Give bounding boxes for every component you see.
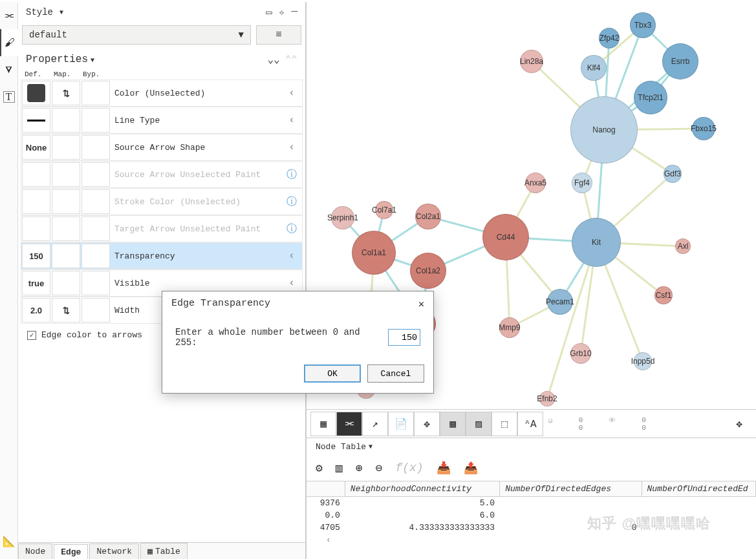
network-node[interactable]: Col2a1 xyxy=(415,204,441,229)
hatch-icon[interactable]: ▨ xyxy=(466,412,491,436)
network-node[interactable]: Tfcp2l1 xyxy=(634,81,667,114)
property-end-icon[interactable]: ‹ xyxy=(281,250,302,262)
network-node[interactable]: Col1a2 xyxy=(410,253,446,289)
map-cell[interactable] xyxy=(52,271,80,295)
import-table-icon[interactable]: 📥 xyxy=(437,461,451,475)
byp-cell[interactable] xyxy=(81,81,110,105)
text-icon[interactable]: T xyxy=(3,91,15,103)
map-cell[interactable] xyxy=(52,108,80,132)
def-cell[interactable]: true xyxy=(22,271,50,295)
property-row[interactable]: Target Arrow Unselected Paintⓘ xyxy=(21,215,303,242)
def-cell[interactable] xyxy=(22,81,50,105)
style-menu-button[interactable]: ≡ xyxy=(256,25,301,45)
network-node[interactable]: Col1a1 xyxy=(352,231,396,275)
def-cell[interactable] xyxy=(22,108,50,132)
annotation-icon[interactable]: ᴬA xyxy=(517,412,543,436)
property-row[interactable]: Line Type‹ xyxy=(21,107,303,134)
property-row[interactable]: ⇅Color (Unselected)‹ xyxy=(21,79,303,107)
export-icon[interactable]: 📄 xyxy=(388,412,414,436)
export-col-icon[interactable]: ⊖ xyxy=(376,461,383,475)
byp-cell[interactable] xyxy=(81,108,110,132)
network-node[interactable]: Esrrb xyxy=(662,43,698,79)
network-node[interactable]: Gdf3 xyxy=(664,165,682,183)
import-col-icon[interactable]: ⊕ xyxy=(356,461,363,475)
dock-icon[interactable]: ▭ xyxy=(266,6,272,19)
tab-node[interactable]: Node xyxy=(18,543,52,559)
export-table-icon[interactable]: 📤 xyxy=(464,461,478,475)
transparency-input[interactable] xyxy=(388,329,420,346)
minimize-icon[interactable]: — xyxy=(291,6,297,19)
network-node[interactable]: Col7a1 xyxy=(375,201,393,219)
close-icon[interactable]: ✕ xyxy=(418,298,424,310)
network-node[interactable]: Klf4 xyxy=(581,55,607,81)
property-end-icon[interactable]: ‹ xyxy=(281,114,302,126)
byp-cell[interactable] xyxy=(81,135,110,160)
popout-icon[interactable]: ↗ xyxy=(362,412,388,436)
byp-cell[interactable] xyxy=(81,162,110,187)
def-cell[interactable] xyxy=(22,162,50,187)
property-end-icon[interactable]: ⓘ xyxy=(281,195,302,209)
table-row[interactable]: 93765.0 xyxy=(307,497,756,509)
recenter-icon[interactable]: ✥ xyxy=(726,412,752,436)
network-node[interactable]: Fgf4 xyxy=(572,173,592,193)
byp-cell[interactable] xyxy=(81,244,110,268)
property-end-icon[interactable]: ‹ xyxy=(281,87,302,99)
ruler-icon[interactable]: 📐 xyxy=(0,528,18,555)
property-end-icon[interactable]: ⓘ xyxy=(281,168,302,182)
byp-cell[interactable] xyxy=(81,298,110,322)
network-node[interactable]: Axl xyxy=(675,238,691,254)
map-cell[interactable]: ⇅ xyxy=(52,298,80,322)
def-cell[interactable]: 150 xyxy=(22,244,50,268)
network-node[interactable]: Fbxo15 xyxy=(692,117,715,140)
property-end-icon[interactable]: ⓘ xyxy=(281,222,302,236)
tab-edge[interactable]: Edge xyxy=(54,544,88,560)
tab-network[interactable]: Network xyxy=(89,543,139,559)
node-table-title[interactable]: Node Table xyxy=(307,438,756,455)
network-node[interactable]: Lin28a xyxy=(520,50,543,73)
cancel-button[interactable]: Cancel xyxy=(367,364,424,383)
network-node[interactable]: Cd44 xyxy=(482,214,529,260)
columns-icon[interactable]: ▥ xyxy=(336,461,343,475)
collapse-all-icon[interactable]: ⌃⌃ xyxy=(285,53,297,66)
select-all-icon[interactable]: ▩ xyxy=(440,412,466,436)
property-end-icon[interactable]: ‹ xyxy=(281,277,302,289)
def-cell[interactable]: None xyxy=(22,135,50,160)
dotted-box-icon[interactable]: ⬚ xyxy=(491,412,517,436)
scroll-left-icon[interactable]: ‹ xyxy=(307,534,756,546)
def-cell[interactable] xyxy=(22,189,50,214)
byp-cell[interactable] xyxy=(81,189,110,214)
property-row[interactable]: Source Arrow Unselected Paintⓘ xyxy=(21,161,303,188)
style-panel-title[interactable]: Style xyxy=(26,7,63,17)
properties-title[interactable]: Properties xyxy=(26,54,94,65)
network-node[interactable]: Efnb2 xyxy=(539,391,555,406)
brush-icon[interactable]: 🖌 xyxy=(0,29,18,56)
property-row[interactable]: 150Transparency‹ xyxy=(21,242,303,269)
network-node[interactable]: Serpinh1 xyxy=(331,206,354,229)
network-node[interactable]: Inpp5d xyxy=(634,352,652,370)
fx-icon[interactable]: f(x) xyxy=(395,461,423,474)
network-node[interactable]: Nanog xyxy=(570,96,638,163)
network-node[interactable]: Mmp9 xyxy=(499,317,520,338)
network-node[interactable]: Tbx3 xyxy=(630,12,656,38)
gear-icon[interactable]: ⚙ xyxy=(316,461,323,475)
def-cell[interactable]: 2.0 xyxy=(22,298,50,322)
expand-all-icon[interactable]: ⌄⌄ xyxy=(267,53,279,66)
network-node[interactable]: Kit xyxy=(572,218,621,267)
edge-color-arrows-checkbox[interactable]: ✓ xyxy=(27,331,36,340)
map-cell[interactable]: ⇅ xyxy=(52,81,80,105)
map-cell[interactable] xyxy=(52,162,80,187)
network-node[interactable]: Anxa5 xyxy=(525,173,546,193)
network-node[interactable]: Pecam1 xyxy=(547,289,573,315)
network-node[interactable]: Zfp42 xyxy=(599,28,620,48)
network-node[interactable]: Grb10 xyxy=(570,343,591,364)
style-selector[interactable]: default ▼ xyxy=(22,25,251,45)
network-node[interactable]: Csf1 xyxy=(654,286,673,304)
def-cell[interactable] xyxy=(22,216,50,241)
pin-icon[interactable]: ✧ xyxy=(279,6,285,19)
filter-icon[interactable]: ⛛ xyxy=(0,56,18,83)
share-net-icon[interactable]: ⫘ xyxy=(336,412,362,436)
property-end-icon[interactable]: ‹ xyxy=(281,142,302,153)
ok-button[interactable]: OK xyxy=(304,364,361,383)
map-cell[interactable] xyxy=(52,135,80,160)
tab-table[interactable]: ▦Table xyxy=(140,543,188,559)
